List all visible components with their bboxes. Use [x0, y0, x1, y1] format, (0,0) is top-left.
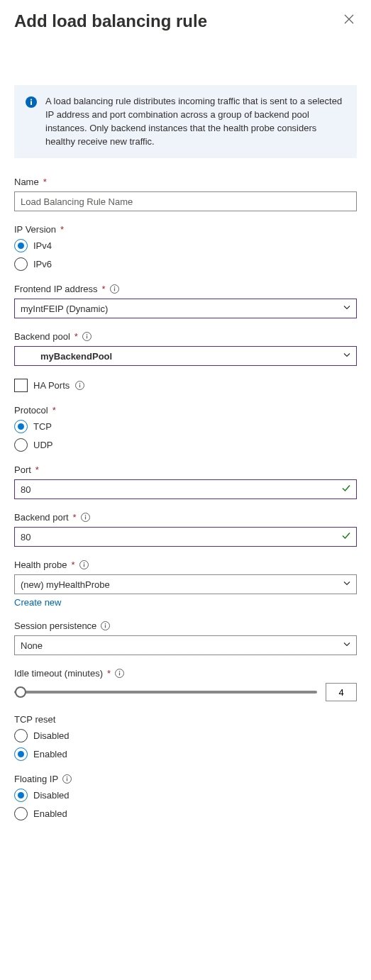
tooltip-icon[interactable]: [62, 774, 72, 784]
info-banner: A load balancing rule distributes incomi…: [14, 85, 357, 158]
tooltip-icon[interactable]: [79, 560, 89, 569]
check-icon: [341, 484, 351, 496]
tooltip-icon[interactable]: [75, 381, 84, 390]
idle-timeout-label: Idle timeout (minutes)*: [14, 668, 357, 679]
name-input[interactable]: [14, 191, 357, 211]
floating-ip-label: Floating IP: [14, 774, 357, 784]
backend-port-label: Backend port*: [14, 512, 357, 523]
check-icon: [341, 531, 351, 543]
svg-rect-2: [31, 101, 32, 106]
radio-ipv6[interactable]: IPv6: [14, 257, 357, 271]
svg-point-13: [84, 515, 86, 516]
svg-point-19: [105, 623, 106, 625]
svg-rect-11: [79, 385, 80, 388]
tooltip-icon[interactable]: [115, 669, 124, 678]
slider-thumb[interactable]: [15, 686, 26, 698]
idle-timeout-slider[interactable]: [14, 691, 317, 694]
session-persistence-select[interactable]: None: [14, 635, 357, 655]
health-probe-label: Health probe*: [14, 559, 357, 570]
svg-point-25: [67, 776, 68, 778]
radio-tcp-reset-disabled[interactable]: Disabled: [14, 729, 357, 742]
radio-icon: [14, 257, 28, 271]
svg-point-10: [79, 383, 81, 384]
radio-icon: [14, 807, 28, 820]
info-icon: [26, 96, 37, 108]
info-text: A load balancing rule distributes incomi…: [45, 95, 345, 148]
radio-icon: [14, 729, 28, 742]
svg-rect-5: [114, 289, 115, 291]
svg-point-1: [31, 99, 32, 100]
create-new-link[interactable]: Create new: [14, 597, 61, 608]
protocol-label: Protocol*: [14, 405, 357, 416]
health-probe-select[interactable]: (new) myHealthProbe: [14, 574, 357, 594]
tooltip-icon[interactable]: [101, 621, 110, 630]
svg-rect-23: [119, 673, 120, 676]
ip-version-label: IP Version*: [14, 224, 357, 235]
svg-point-16: [83, 562, 84, 564]
radio-udp[interactable]: UDP: [14, 438, 357, 452]
radio-icon: [14, 789, 28, 802]
frontend-ip-label: Frontend IP address*: [14, 284, 357, 294]
radio-floating-ip-enabled[interactable]: Enabled: [14, 807, 357, 820]
close-button[interactable]: [341, 11, 357, 29]
radio-tcp-reset-enabled[interactable]: Enabled: [14, 747, 357, 761]
idle-timeout-value[interactable]: [326, 683, 357, 701]
radio-ipv4[interactable]: IPv4: [14, 239, 357, 252]
backend-port-input[interactable]: [14, 527, 357, 547]
port-input[interactable]: [14, 479, 357, 499]
session-persistence-label: Session persistence: [14, 620, 357, 631]
port-label: Port*: [14, 464, 357, 475]
tooltip-icon[interactable]: [82, 332, 92, 341]
svg-rect-14: [85, 517, 86, 520]
svg-point-22: [119, 671, 121, 672]
svg-rect-8: [87, 336, 87, 339]
name-label: Name*: [14, 177, 357, 187]
backend-pool-select[interactable]: myBackendPool: [14, 346, 357, 366]
frontend-ip-select[interactable]: myIntFEIP (Dynamic): [14, 299, 357, 318]
svg-rect-17: [83, 564, 84, 567]
radio-icon: [14, 239, 28, 252]
tooltip-icon[interactable]: [110, 284, 119, 294]
svg-point-4: [113, 286, 115, 288]
ha-ports-checkbox[interactable]: [14, 379, 28, 392]
radio-icon: [14, 420, 28, 433]
svg-rect-26: [67, 779, 67, 781]
ha-ports-label: HA Ports: [33, 380, 70, 391]
backend-pool-label: Backend pool*: [14, 331, 357, 342]
panel-title: Add load balancing rule: [14, 11, 207, 31]
svg-rect-20: [105, 625, 106, 628]
radio-icon: [14, 438, 28, 452]
svg-point-7: [87, 334, 88, 335]
radio-icon: [14, 747, 28, 761]
tcp-reset-label: TCP reset: [14, 714, 357, 725]
tooltip-icon[interactable]: [81, 513, 90, 522]
radio-tcp[interactable]: TCP: [14, 420, 357, 433]
radio-floating-ip-disabled[interactable]: Disabled: [14, 789, 357, 802]
close-icon: [344, 16, 354, 26]
